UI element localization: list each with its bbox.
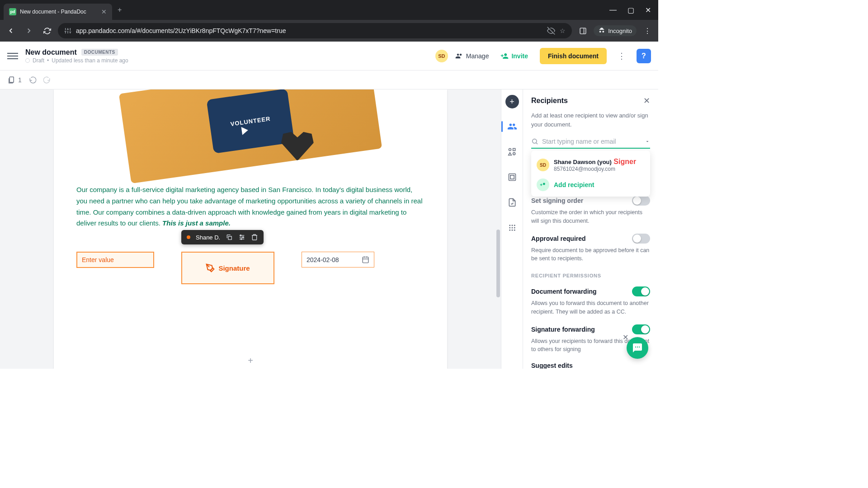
approval-required-label: Approval required — [531, 235, 586, 242]
chevron-down-icon[interactable] — [645, 139, 650, 144]
undo-button[interactable] — [29, 76, 37, 84]
play-triangle-icon — [241, 126, 248, 135]
smart-content-rail-button[interactable] — [505, 195, 519, 210]
delete-field-icon[interactable] — [251, 234, 258, 241]
document-toolbar: 1 — [0, 70, 658, 89]
document-badge: DOCUMENTS — [81, 49, 118, 56]
search-icon — [531, 138, 538, 145]
document-status-line: Draft • Updated less than a minute ago — [25, 57, 128, 64]
svg-point-30 — [509, 225, 510, 226]
svg-rect-20 — [363, 257, 368, 263]
bookmark-star-icon[interactable]: ☆ — [560, 27, 566, 34]
panel-close-button[interactable]: ✕ — [643, 96, 650, 106]
variables-rail-button[interactable] — [505, 145, 519, 159]
help-button[interactable]: ? — [637, 49, 651, 63]
signature-field-toolbar: Shane D. — [181, 230, 264, 244]
svg-point-39 — [533, 139, 537, 143]
svg-rect-28 — [509, 174, 515, 181]
layout-rail-button[interactable] — [505, 170, 519, 184]
canvas-scrollbar[interactable] — [496, 230, 500, 297]
assignee-color-dot — [187, 235, 190, 239]
redo-button[interactable] — [42, 76, 51, 84]
svg-point-34 — [511, 227, 513, 229]
browser-tab-strip: pd New document - PandaDoc ✕ + — ▢ ✕ — [0, 0, 658, 20]
field-settings-icon[interactable] — [238, 234, 245, 241]
add-person-icon — [537, 178, 549, 191]
eye-off-icon[interactable] — [547, 27, 555, 35]
date-field[interactable]: 2024-02-08 — [302, 252, 374, 267]
browser-toolbar: app.pandadoc.com/a/#/documents/2UzYiBKr8… — [0, 20, 658, 42]
permissions-section-label: RECIPIENT PERMISSIONS — [531, 273, 650, 278]
duplicate-field-icon[interactable] — [226, 234, 233, 241]
document-canvas[interactable]: VOLUNTEER Our company is a full-service … — [0, 89, 501, 369]
new-tab-button[interactable]: + — [112, 6, 127, 14]
recipient-search-input[interactable] — [542, 138, 641, 145]
nav-forward-button[interactable] — [22, 23, 36, 38]
svg-line-40 — [536, 143, 538, 144]
add-recipient-button[interactable]: Add recipient — [537, 175, 645, 192]
recipient-suggestion-item[interactable]: SD Shane Dawson (you) Signer 85761024@mo… — [537, 155, 645, 175]
svg-rect-10 — [580, 28, 586, 34]
url-text: app.pandadoc.com/a/#/documents/2UzYiBKr8… — [76, 27, 286, 34]
nav-reload-button[interactable] — [40, 23, 54, 38]
svg-point-17 — [240, 235, 241, 236]
hamburger-menu-button[interactable] — [7, 53, 18, 59]
app-header: New document DOCUMENTS Draft • Updated l… — [0, 42, 658, 70]
apps-rail-button[interactable] — [505, 221, 519, 235]
svg-point-36 — [509, 230, 510, 231]
user-avatar[interactable]: SD — [435, 50, 448, 62]
chat-support-button[interactable] — [627, 337, 648, 359]
svg-rect-12 — [9, 77, 14, 82]
chat-dismiss-icon[interactable]: ✕ — [623, 333, 628, 342]
document-title[interactable]: New document — [25, 48, 77, 56]
svg-point-35 — [514, 227, 515, 229]
add-content-button[interactable]: + — [505, 95, 519, 108]
right-tool-rail: + — [501, 89, 523, 369]
svg-point-33 — [509, 227, 510, 229]
pages-indicator[interactable]: 1 — [7, 76, 22, 84]
assignee-name[interactable]: Shane D. — [196, 234, 220, 241]
manage-button[interactable]: Manage — [455, 52, 489, 60]
svg-marker-26 — [508, 153, 511, 155]
sig-forwarding-toggle[interactable] — [632, 324, 650, 334]
invite-button[interactable]: Invite — [496, 52, 533, 60]
favicon: pd — [9, 8, 16, 15]
svg-point-19 — [241, 239, 242, 240]
address-bar[interactable]: app.pandadoc.com/a/#/documents/2UzYiBKr8… — [58, 23, 572, 38]
finish-document-button[interactable]: Finish document — [540, 48, 607, 64]
svg-point-32 — [514, 225, 515, 226]
doc-forwarding-toggle[interactable] — [632, 286, 650, 296]
tab-title: New document - PandaDoc — [20, 9, 98, 15]
window-minimize-icon[interactable]: — — [609, 6, 617, 14]
tab-close-icon[interactable]: ✕ — [101, 8, 107, 15]
text-field[interactable]: Enter value — [76, 252, 154, 268]
recipient-avatar: SD — [537, 159, 549, 171]
add-block-button[interactable]: + — [248, 356, 253, 366]
window-maximize-icon[interactable]: ▢ — [627, 6, 634, 14]
window-close-icon[interactable]: ✕ — [645, 6, 651, 14]
svg-point-37 — [511, 230, 513, 231]
signing-order-toggle[interactable] — [632, 196, 650, 206]
browser-menu-icon[interactable]: ⋮ — [640, 23, 655, 38]
document-body-text[interactable]: Our company is a full-service digital ma… — [76, 184, 425, 229]
panel-description: Add at least one recipient to view and/o… — [531, 111, 650, 129]
incognito-badge[interactable]: Incognito — [594, 25, 637, 36]
doc-forwarding-label: Document forwarding — [531, 288, 597, 295]
side-panel-icon[interactable] — [576, 23, 590, 38]
nav-back-button[interactable] — [4, 23, 18, 38]
more-options-button[interactable]: ⋮ — [614, 51, 629, 61]
svg-point-18 — [243, 237, 244, 238]
svg-rect-13 — [228, 236, 231, 239]
browser-tab[interactable]: pd New document - PandaDoc ✕ — [4, 4, 112, 20]
site-settings-icon[interactable] — [64, 27, 71, 34]
signature-field[interactable]: Signature — [181, 252, 274, 284]
suggest-edits-label: Suggest edits — [531, 362, 573, 369]
document-page[interactable]: VOLUNTEER Our company is a full-service … — [54, 89, 447, 369]
svg-rect-25 — [513, 149, 515, 151]
recipient-suggestions-dropdown: SD Shane Dawson (you) Signer 85761024@mo… — [531, 150, 650, 197]
svg-rect-29 — [510, 175, 514, 179]
approval-required-toggle[interactable] — [632, 234, 650, 244]
recipients-rail-button[interactable] — [505, 119, 519, 134]
calendar-icon — [362, 256, 369, 263]
svg-point-38 — [514, 230, 515, 231]
